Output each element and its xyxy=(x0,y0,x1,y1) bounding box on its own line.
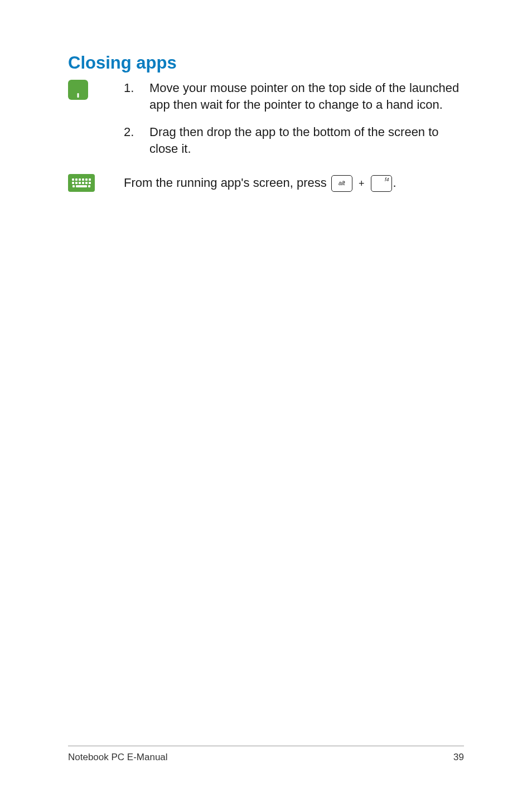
page-number: 39 xyxy=(453,752,464,763)
keyboard-instruction-text: From the running app's screen, press alt… xyxy=(124,174,396,192)
page-footer: Notebook PC E-Manual 39 xyxy=(68,746,464,763)
touchpad-instruction-block: Move your mouse pointer on the top side … xyxy=(68,80,464,168)
list-item: Move your mouse pointer on the top side … xyxy=(124,80,464,113)
instruction-suffix: . xyxy=(393,176,396,190)
plus-symbol: + xyxy=(359,178,365,189)
keyboard-instruction-block: From the running app's screen, press alt… xyxy=(68,174,464,192)
list-item: Drag then drop the app to the bottom of … xyxy=(124,124,464,157)
touchpad-icon xyxy=(68,80,88,100)
touchpad-steps-list: Move your mouse pointer on the top side … xyxy=(124,80,464,168)
instruction-prefix: From the running app's screen, press xyxy=(124,176,330,190)
footer-title: Notebook PC E-Manual xyxy=(68,752,168,763)
section-heading: Closing apps xyxy=(68,53,464,73)
alt-keycap: alt xyxy=(331,175,352,192)
keyboard-icon xyxy=(68,174,95,192)
f4-keycap: f4 xyxy=(371,175,392,192)
